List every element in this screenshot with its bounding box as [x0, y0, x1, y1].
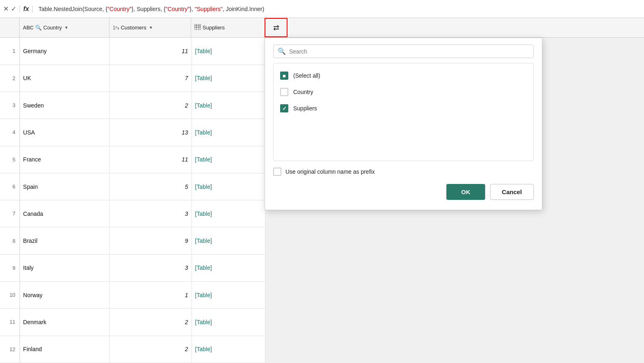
search-box[interactable]: 🔍: [273, 45, 534, 58]
column-checkbox-list: ■ (Select all) Country ✓ Suppliers: [273, 63, 534, 161]
table-container: 1 Germany 11 [Table] 2 UK 7 [Table] 3 Sw…: [0, 38, 644, 363]
expand-icon: ⇄: [273, 23, 279, 32]
customers-column-header[interactable]: 1²₃ Customers ▼: [109, 18, 191, 37]
country-column-header[interactable]: ABC 🔍 Country ▼: [20, 18, 109, 37]
suppliers-cell[interactable]: [Table]: [192, 65, 265, 92]
suppliers-cell[interactable]: [Table]: [192, 200, 265, 227]
customers-cell: 13: [110, 119, 192, 146]
country-cell: Finland: [20, 336, 110, 363]
customers-cell: 5: [110, 173, 192, 200]
numeric-icon: 1²₃: [113, 25, 119, 31]
row-number: 12: [0, 336, 20, 363]
table-row: 3 Sweden 2 [Table]: [0, 92, 265, 119]
suppliers-cell[interactable]: [Table]: [192, 309, 265, 336]
country-header-label: Country: [43, 25, 62, 31]
country-cell: USA: [20, 119, 110, 146]
close-icon[interactable]: ✕: [3, 5, 9, 13]
table-row: 4 USA 13 [Table]: [0, 119, 265, 146]
customers-cell: 11: [110, 146, 192, 173]
column-headers: ABC 🔍 Country ▼ 1²₃ Customers ▼ Supplier…: [0, 18, 644, 38]
customers-cell: 3: [110, 200, 192, 227]
data-table: 1 Germany 11 [Table] 2 UK 7 [Table] 3 Sw…: [0, 38, 265, 363]
customers-cell: 11: [110, 38, 192, 65]
cancel-button[interactable]: Cancel: [490, 184, 534, 200]
suppliers-cell[interactable]: [Table]: [192, 173, 265, 200]
suppliers-checkmark-icon: ✓: [282, 106, 287, 111]
table-row: 2 UK 7 [Table]: [0, 65, 265, 92]
expand-columns-button[interactable]: ⇄: [265, 18, 287, 37]
table-row: 10 Norway 1 [Table]: [0, 282, 265, 309]
country-checkbox[interactable]: [280, 88, 288, 96]
country-dropdown-arrow[interactable]: ▼: [65, 25, 69, 30]
check-icon[interactable]: ✓: [11, 5, 16, 13]
checkmark-icon: ■: [283, 73, 286, 78]
formula-text: Table.NestedJoin(Source, {"Country"}, Su…: [36, 5, 641, 13]
row-number: 1: [0, 38, 20, 65]
suppliers-cell[interactable]: [Table]: [192, 92, 265, 119]
customers-cell: 2: [110, 309, 192, 336]
row-number: 10: [0, 282, 20, 309]
table-row: 7 Canada 3 [Table]: [0, 200, 265, 227]
search-col-icon: 🔍: [35, 25, 42, 31]
customers-dropdown-arrow[interactable]: ▼: [149, 25, 153, 30]
country-checkbox-item[interactable]: Country: [280, 84, 527, 100]
suppliers-checkbox[interactable]: ✓: [280, 104, 288, 112]
prefix-checkbox[interactable]: [273, 168, 281, 176]
ok-button[interactable]: OK: [446, 184, 485, 200]
suppliers-checkbox-label: Suppliers: [293, 105, 317, 112]
customers-cell: 3: [110, 254, 192, 281]
country-cell: Italy: [20, 254, 110, 281]
customers-cell: 1: [110, 282, 192, 309]
customers-cell: 2: [110, 92, 192, 119]
country-cell: France: [20, 146, 110, 173]
row-number: 6: [0, 173, 20, 200]
country-cell: UK: [20, 65, 110, 92]
customers-cell: 9: [110, 227, 192, 254]
table-row: 1 Germany 11 [Table]: [0, 38, 265, 65]
suppliers-cell[interactable]: [Table]: [192, 282, 265, 309]
suppliers-checkbox-item[interactable]: ✓ Suppliers: [280, 100, 527, 117]
row-number: 2: [0, 65, 20, 92]
expand-columns-popup: 🔍 ■ (Select all) Country ✓: [265, 38, 542, 210]
table-row: 5 France 11 [Table]: [0, 146, 265, 173]
suppliers-column-header[interactable]: Suppliers: [191, 18, 265, 37]
row-number: 4: [0, 119, 20, 146]
suppliers-header-label: Suppliers: [203, 25, 225, 31]
row-number: 7: [0, 200, 20, 227]
country-cell: Sweden: [20, 92, 110, 119]
country-cell: Germany: [20, 38, 110, 65]
popup-buttons: OK Cancel: [273, 184, 534, 200]
prefix-label: Use original column name as prefix: [285, 168, 375, 175]
formula-bar-icons: ✕ ✓: [3, 5, 16, 13]
country-cell: Norway: [20, 282, 110, 309]
country-cell: Brazil: [20, 227, 110, 254]
table-row: 11 Denmark 2 [Table]: [0, 309, 265, 336]
country-cell: Spain: [20, 173, 110, 200]
customers-header-label: Customers: [121, 25, 147, 31]
row-num-header: [0, 18, 20, 37]
suppliers-cell[interactable]: [Table]: [192, 119, 265, 146]
country-cell: Canada: [20, 200, 110, 227]
table-icon: [194, 24, 201, 31]
country-cell: Denmark: [20, 309, 110, 336]
suppliers-cell[interactable]: [Table]: [192, 336, 265, 363]
row-number: 9: [0, 254, 20, 281]
search-input[interactable]: [289, 48, 529, 55]
abc-icon: ABC: [23, 25, 33, 31]
table-row: 9 Italy 3 [Table]: [0, 254, 265, 281]
fx-label: fx: [20, 5, 33, 13]
suppliers-cell[interactable]: [Table]: [192, 146, 265, 173]
select-all-item[interactable]: ■ (Select all): [280, 67, 527, 84]
prefix-row[interactable]: Use original column name as prefix: [273, 168, 534, 176]
select-all-label: (Select all): [293, 72, 320, 79]
table-row: 6 Spain 5 [Table]: [0, 173, 265, 200]
suppliers-cell[interactable]: [Table]: [192, 38, 265, 65]
table-row: 8 Brazil 9 [Table]: [0, 227, 265, 254]
formula-bar: ✕ ✓ fx Table.NestedJoin(Source, {"Countr…: [0, 0, 644, 18]
row-number: 3: [0, 92, 20, 119]
select-all-checkbox[interactable]: ■: [280, 72, 288, 80]
row-number: 5: [0, 146, 20, 173]
suppliers-cell[interactable]: [Table]: [192, 254, 265, 281]
search-icon: 🔍: [278, 47, 286, 55]
suppliers-cell[interactable]: [Table]: [192, 227, 265, 254]
